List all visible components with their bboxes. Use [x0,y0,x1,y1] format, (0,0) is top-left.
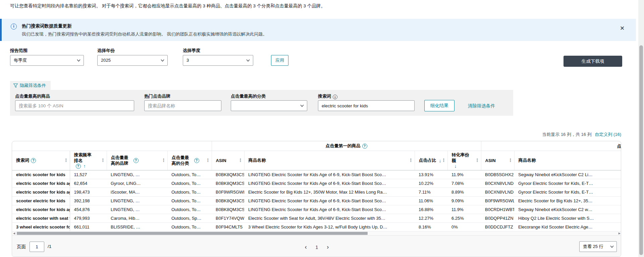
product-title: 3 Wheel Electric Scooter for Kids Ages 3… [244,222,415,231]
top-clicked-categories: Outdoors, To… [167,205,212,214]
column-menu-icon[interactable] [508,158,513,162]
sort-descending-icon[interactable] [439,158,441,163]
top-clicked-brands: BLISSRIDE, … [107,222,167,231]
search-term-filter-label: 搜索词 [318,93,337,99]
chevron-down-icon [77,59,80,62]
column-menu-icon[interactable] [442,158,446,162]
report-range-select[interactable]: 每季度 [10,55,84,66]
col-header-asin-2[interactable]: ASIN [481,151,514,170]
asin-link[interactable]: B0DQPP41ZN [481,214,514,222]
generate-download-button[interactable]: 生成下载项 [564,56,622,67]
page-total: /1 [48,244,51,249]
asin-link[interactable]: B0CXN8VLND [481,188,514,196]
table-row: 3 wheel electric scooter for 661,011 BLI… [12,222,621,231]
product-title: Segway Ninebot eKickScooter C2 w… [514,205,621,214]
col-header-conversion-share-1[interactable]: 转化率份额 [447,151,481,170]
column-menu-icon[interactable] [64,158,68,162]
asin-link[interactable]: B0DDCDJFTZ [481,222,514,231]
asin-link[interactable]: B0BK8QM3CS [212,205,244,214]
column-menu-icon[interactable] [409,158,413,162]
click-share: 10.22% [415,179,447,188]
col-header-asin-1[interactable]: ASIN [212,151,244,170]
help-icon[interactable] [362,144,367,149]
search-frequency-rank: 454,876 [70,205,107,214]
sort-ascending-icon[interactable] [84,163,86,169]
page-label: 页面 [17,244,26,250]
asin-link[interactable]: B0F9WR5GWL [481,196,514,205]
top-clicked-brands: Caroma, Hib… [107,214,167,222]
column-menu-icon[interactable] [162,158,166,162]
top-clicked-brands: iScooter, MA… [107,188,167,196]
click-share: 7.11% [415,188,447,196]
search-frequency-rank: 62,654 [70,179,107,188]
page-scrollbar-thumb[interactable] [639,45,643,255]
next-page-icon[interactable] [327,245,329,250]
scroll-right-icon[interactable] [619,232,621,235]
product-title: Elecorange Kid Scooter Electric Age… [514,222,621,231]
group-header-top-clicked-1: 点击量第一的商品 [212,141,481,151]
asin-link[interactable]: B0CRDH1WBT [481,205,514,214]
search-term-link[interactable]: 3 wheel electric scooter for [12,222,70,231]
search-term-link[interactable]: electric scooter for kids age [12,205,70,214]
horizontal-scrollbar-thumb[interactable] [17,232,368,235]
close-icon[interactable] [619,25,626,32]
hide-filters-toggle[interactable]: 隐藏筛选条件 [10,81,51,90]
asin-link[interactable]: B0CXN8VLND [481,179,514,188]
asin-link[interactable]: B0BK8QM3CS [212,179,244,188]
search-term-link[interactable]: electric scooter with seat fo [12,214,70,222]
column-menu-icon[interactable] [206,158,210,162]
page-scrollbar[interactable] [638,0,644,257]
help-icon[interactable] [76,164,81,169]
col-header-search-term[interactable]: 搜索词 [12,151,70,170]
apply-button[interactable]: 应用 [271,55,288,66]
search-term-link[interactable]: electric scooter for kids [12,170,70,179]
col-header-product-title-1[interactable]: 商品名称 [244,151,415,170]
sort-descending-icon[interactable] [454,163,457,169]
info-icon[interactable] [333,95,337,99]
search-frequency-rank: 479,993 [70,214,107,222]
top-category-select[interactable] [231,100,307,111]
asin-link[interactable]: B0F9WR5GWL [212,188,244,196]
previous-page-icon[interactable] [305,245,307,250]
asin-link[interactable]: B0DB5SGHX2 [481,170,514,179]
horizontal-scrollbar[interactable] [12,232,621,236]
column-menu-icon[interactable] [475,158,480,162]
column-menu-icon[interactable] [101,158,105,162]
col-header-click-share-1[interactable]: 点击占比 [415,151,447,170]
product-title: LINGTENG Electric Scooter for Kids Age o… [244,179,415,188]
click-share: 16.88% [415,205,447,214]
col-header-search-frequency-rank[interactable]: 搜索频率排名 [70,151,107,170]
top-product-filter-label: 点击量最高的商品 [15,93,50,99]
customize-columns-link[interactable]: 自定义列 (16) [595,132,621,137]
clear-filters-link[interactable]: 清除筛选条件 [468,103,495,109]
search-term-input[interactable] [318,100,415,111]
refine-results-button[interactable]: 细化结果 [424,100,454,111]
rows-per-page-select[interactable]: 查看 25 行 [579,241,617,252]
col-header-top-clicked-categories[interactable]: 点击量最高的分类 [167,151,212,170]
col-header-top-clicked-brands[interactable]: 点击量最高的品牌 [107,151,167,170]
column-menu-icon[interactable] [238,158,243,162]
help-icon[interactable] [194,158,199,163]
current-page[interactable]: 1 [316,245,318,250]
chevron-down-icon [246,59,250,62]
search-term-link[interactable]: electric scooter for kids age [12,188,70,196]
filter-funnel-icon [13,84,18,88]
asin-link[interactable]: B0BK8QM3CS [212,170,244,179]
help-icon[interactable] [31,158,36,163]
asin-link[interactable]: B0BK8QM3CS [212,196,244,205]
scroll-left-icon[interactable] [13,232,15,235]
help-icon[interactable] [133,158,139,163]
asin-link[interactable]: B0F94CMLT5 [212,222,244,231]
asin-link[interactable]: B0F1Y74VQW [212,214,244,222]
top-brand-input[interactable] [144,100,221,111]
report-range-value: 每季度 [14,58,27,63]
product-title: LINGTENG Electric Scooter for Kids Age o… [244,170,415,179]
top-product-input[interactable] [15,100,134,111]
quarter-select[interactable]: 3 [183,55,253,66]
year-select[interactable]: 2025 [97,55,168,66]
search-term-link[interactable]: electric scooter for kids age [12,179,70,188]
col-header-product-title-2[interactable]: 商品名称 [514,151,621,170]
search-frequency-rank: 198,473 [70,188,107,196]
search-term-link[interactable]: scooter electric for kids [12,196,70,205]
page-number-input[interactable] [30,242,44,252]
